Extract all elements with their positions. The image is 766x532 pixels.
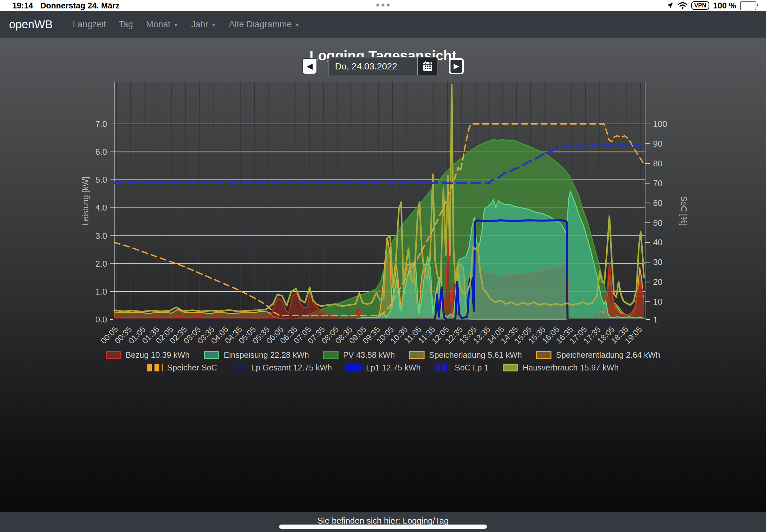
left-tick-label: 1.0 xyxy=(95,287,107,296)
multitasking-dots-icon xyxy=(376,4,390,6)
brand-openwb[interactable]: openWB xyxy=(9,18,53,31)
legend-item-soc[interactable]: SoC Lp 1 xyxy=(435,363,489,372)
right-tick-label: 10 xyxy=(653,297,663,307)
footer-bar: Sie befinden sich hier: Logging/Tag xyxy=(0,512,766,532)
wifi-icon xyxy=(678,2,687,9)
legend-swatch xyxy=(536,351,552,359)
previous-day-button[interactable]: ◀ xyxy=(302,58,317,74)
right-axis-title: SoC [%] xyxy=(679,196,688,226)
legend-item-einspeisung[interactable]: Einspeisung 22.28 kWh xyxy=(204,350,309,360)
left-tick-label: 0.0 xyxy=(95,315,107,324)
next-day-button[interactable]: ▶ xyxy=(449,58,464,74)
legend-item-bezug[interactable]: Bezug 10.39 kWh xyxy=(106,350,189,360)
nav-item-alte-diagramme[interactable]: Alte Diagramme▼ xyxy=(229,19,299,30)
right-tick-label: 30 xyxy=(653,257,663,267)
nav-items: LangzeitTagMonat▼Jahr▼Alte Diagramme▼ xyxy=(73,19,299,30)
left-tick-label: 3.0 xyxy=(95,231,107,241)
legend-label: PV 43.58 kWh xyxy=(343,350,395,360)
status-time-date: 19:14 Donnerstag 24. März xyxy=(12,1,119,10)
left-tick-label: 7.0 xyxy=(95,119,107,129)
home-indicator[interactable] xyxy=(279,525,487,529)
legend-item-hausverbrauch[interactable]: Hausverbrauch 15.97 kWh xyxy=(503,363,619,372)
left-tick-label: 6.0 xyxy=(95,147,107,157)
nav-item-jahr[interactable]: Jahr▼ xyxy=(191,19,216,30)
legend-swatch xyxy=(346,364,361,371)
right-tick-label: 1 xyxy=(653,315,658,324)
vpn-badge: VPN xyxy=(691,1,709,10)
legend-swatch xyxy=(409,351,425,359)
nav-item-tag[interactable]: Tag xyxy=(119,19,133,30)
left-tick-label: 2.0 xyxy=(95,259,107,269)
legend-label: SoC Lp 1 xyxy=(455,363,489,372)
status-time: 19:14 xyxy=(12,1,33,10)
right-tick-label: 80 xyxy=(653,159,663,168)
legend-swatch xyxy=(323,351,338,359)
status-date: Donnerstag 24. März xyxy=(40,1,120,10)
nav-item-langzeit[interactable]: Langzeit xyxy=(73,19,106,30)
legend-label: Lp Gesamt 12.75 kWh xyxy=(251,363,332,372)
right-tick-label: 60 xyxy=(653,198,663,208)
legend-swatch xyxy=(435,364,450,371)
chevron-down-icon: ▼ xyxy=(211,22,216,28)
right-tick-label: 100 xyxy=(653,119,667,129)
legend-item-speicherentladung[interactable]: Speicherentladung 2.64 kWh xyxy=(536,350,660,360)
ios-status-bar: 19:14 Donnerstag 24. März VPN 100 % xyxy=(0,0,766,11)
calendar-button[interactable] xyxy=(418,57,438,75)
legend-item-pv[interactable]: PV 43.58 kWh xyxy=(323,350,395,360)
legend-label: Hausverbrauch 15.97 kWh xyxy=(523,363,619,372)
legend-label: Speicherladung 5.61 kWh xyxy=(429,350,522,360)
chevron-down-icon: ▼ xyxy=(174,22,178,28)
chart-legend: Bezug 10.39 kWhEinspeisung 22.28 kWhPV 4… xyxy=(0,350,766,372)
nav-item-monat[interactable]: Monat▼ xyxy=(146,19,178,30)
legend-label: Speicherentladung 2.64 kWh xyxy=(556,350,660,360)
date-input-group xyxy=(328,57,438,75)
legend-swatch xyxy=(231,364,247,371)
right-tick-label: 20 xyxy=(653,277,663,287)
date-input[interactable] xyxy=(328,57,418,75)
legend-swatch xyxy=(106,351,121,359)
legend-item-lp1[interactable]: Lp1 12.75 kWh xyxy=(346,363,421,372)
location-icon xyxy=(666,2,674,9)
battery-icon xyxy=(740,1,756,10)
legend-label: Speicher SoC xyxy=(167,363,217,372)
right-tick-label: 50 xyxy=(653,218,663,228)
calendar-icon xyxy=(423,61,433,71)
left-axis-title: Leistung [kW] xyxy=(81,176,90,225)
legend-item-speicherladung[interactable]: Speicherladung 5.61 kWh xyxy=(409,350,522,360)
legend-swatch xyxy=(147,364,163,371)
ipad-screen: 19:14 Donnerstag 24. März VPN 100 % open… xyxy=(0,0,766,532)
right-tick-label: 70 xyxy=(653,178,663,188)
day-log-chart[interactable]: 0.01.02.03.04.05.06.07.01102030405060708… xyxy=(0,0,766,532)
date-controls: ◀ ▶ xyxy=(0,57,766,75)
legend-item-lp[interactable]: Lp Gesamt 12.75 kWh xyxy=(231,363,332,372)
left-tick-label: 4.0 xyxy=(95,203,107,212)
left-tick-label: 5.0 xyxy=(95,175,107,185)
chevron-down-icon: ▼ xyxy=(295,22,299,28)
top-navbar: openWB LangzeitTagMonat▼Jahr▼Alte Diagra… xyxy=(0,11,766,38)
status-icons: VPN 100 % xyxy=(666,0,756,11)
right-tick-label: 40 xyxy=(653,237,663,247)
legend-label: Einspeisung 22.28 kWh xyxy=(224,350,309,360)
battery-percent: 100 % xyxy=(713,1,736,10)
right-tick-label: 90 xyxy=(653,139,663,149)
legend-swatch xyxy=(204,351,219,359)
legend-swatch xyxy=(503,364,518,371)
legend-item-speicher[interactable]: Speicher SoC xyxy=(147,363,217,372)
legend-label: Lp1 12.75 kWh xyxy=(366,363,421,372)
legend-label: Bezug 10.39 kWh xyxy=(126,350,189,360)
